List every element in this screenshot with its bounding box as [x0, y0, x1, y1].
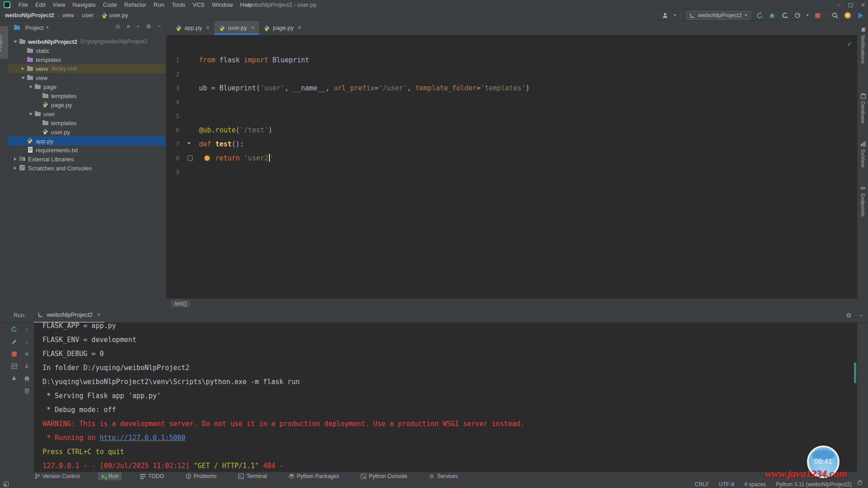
close-icon[interactable]: ✕	[297, 25, 302, 31]
edit-config-icon[interactable]	[10, 338, 18, 346]
menu-item-navigate[interactable]: Navigate	[69, 0, 99, 9]
gutter-marker-icon[interactable]	[188, 155, 193, 161]
settings-wrench-icon[interactable]	[10, 374, 18, 382]
tool-stripe-database-button[interactable]: Database	[858, 93, 868, 123]
soft-wrap-icon[interactable]: ≡	[23, 350, 31, 358]
tool-stripe-project-label[interactable]: Project	[0, 35, 3, 52]
menu-item-run[interactable]: Run	[150, 0, 168, 9]
fold-chevron-icon[interactable]	[187, 142, 191, 146]
toolbar-button-todo[interactable]: TODO	[137, 472, 167, 481]
tree-item-view[interactable]: view	[8, 73, 165, 82]
tree-item-page-py[interactable]: page.py	[8, 100, 165, 109]
toolbar-button-services[interactable]: Services	[426, 472, 461, 481]
tool-stripe-notifications-button[interactable]: Notifications	[858, 27, 868, 64]
tree-item-venv[interactable]: venvlibrary root	[8, 64, 165, 73]
menu-item-code[interactable]: Code	[99, 0, 121, 9]
tree-item-page[interactable]: page	[8, 82, 165, 91]
breadcrumb-item-view[interactable]: view	[61, 11, 75, 19]
tree-item-app-py[interactable]: app.py	[8, 136, 165, 145]
up-icon[interactable]: ↑	[23, 325, 31, 333]
chevron-expanded-icon[interactable]	[28, 111, 33, 117]
status-item-4-spaces[interactable]: 4 spaces	[744, 481, 766, 488]
inspection-ok-icon[interactable]: ✓	[847, 40, 853, 48]
editor-content[interactable]: 1from flask import Blueprint23ub = Bluep…	[166, 35, 857, 298]
menu-item-refactor[interactable]: Refactor	[121, 0, 150, 9]
tree-item-scratches-and-consoles[interactable]: Scratches and Consoles	[8, 164, 165, 173]
maximize-icon[interactable]	[849, 3, 853, 7]
tab-user-py[interactable]: user.py✕	[214, 21, 259, 35]
tree-item-templates[interactable]: templates	[8, 55, 165, 64]
breadcrumb-item-user[interactable]: user	[80, 11, 94, 19]
menu-item-tools[interactable]: Tools	[168, 0, 189, 9]
stop-icon[interactable]	[813, 11, 821, 19]
tree-item-weibonlpproject2[interactable]: weiboNlpProject2D:\yuqing\weiboNlpProjec…	[8, 37, 165, 46]
tree-item-static[interactable]: static	[8, 46, 165, 55]
user-account-icon[interactable]	[661, 11, 669, 19]
hide-panel-icon[interactable]: −	[157, 23, 161, 30]
breadcrumb-item-weiboNlpProject2[interactable]: weiboNlpProject2	[4, 11, 56, 19]
status-item-python-3-11-weibonlpproject2-[interactable]: Python 3.11 (weiboNlpProject2)	[776, 481, 852, 488]
rerun-icon[interactable]	[10, 325, 18, 333]
clear-icon[interactable]	[23, 386, 31, 394]
profiler-icon[interactable]	[793, 11, 802, 19]
menu-item-file[interactable]: File	[15, 0, 32, 9]
toolbar-button-terminal[interactable]: Terminal	[235, 472, 270, 481]
chevron-down-icon[interactable]	[806, 14, 809, 18]
stop-icon[interactable]	[10, 350, 18, 358]
console-output-area[interactable]: ↑↓≡⇓ FLASK_APP = app.pyFLASK_ENV = devel…	[8, 323, 857, 472]
hide-panel-icon[interactable]: −	[859, 312, 863, 319]
menu-item-vcs[interactable]: VCS	[189, 0, 208, 9]
tree-item-external-libraries[interactable]: External Libraries	[8, 155, 165, 164]
run-tab[interactable]: weiboNlpProject2 ✕	[34, 308, 104, 323]
toolbar-button-python-console[interactable]: Python Console	[358, 472, 410, 481]
panel-settings-icon[interactable]: ⚙	[146, 23, 151, 30]
breadcrumb-item-user.py[interactable]: user.py	[100, 11, 129, 19]
collapse-all-icon[interactable]: ≡	[127, 23, 130, 30]
colored-play-plugin-icon[interactable]	[856, 11, 864, 19]
tree-item-templates[interactable]: templates	[8, 118, 165, 127]
tree-item-templates[interactable]: templates	[8, 91, 165, 100]
expand-collapse-icon[interactable]: ÷	[137, 23, 140, 30]
chevron-expanded-icon[interactable]	[28, 84, 33, 90]
toolbar-button-python-packages[interactable]: Python Packages	[286, 472, 342, 481]
chevron-collapsed-icon[interactable]	[13, 166, 18, 170]
chevron-expanded-icon[interactable]	[13, 38, 18, 45]
intention-bulb-icon[interactable]	[204, 155, 210, 161]
status-item-utf-8[interactable]: UTF-8	[719, 481, 734, 488]
tab-app-py[interactable]: app.py✕	[171, 21, 214, 35]
chevron-collapsed-icon[interactable]	[20, 67, 26, 70]
tool-stripe-endpoints-button[interactable]: Endpoints	[858, 185, 868, 216]
menu-item-view[interactable]: View	[49, 0, 69, 9]
console-url-link[interactable]: http://127.0.0.1:5000	[99, 434, 185, 442]
toolbar-button-problems[interactable]: Problems	[183, 472, 220, 481]
scroll-end-icon[interactable]: ⇓	[23, 362, 31, 370]
orange-plugin-icon[interactable]	[844, 11, 852, 19]
tree-item-user-py[interactable]: user.py	[8, 127, 165, 136]
toolbar-button-version-control[interactable]: Version Control	[32, 472, 83, 481]
chevron-expanded-icon[interactable]	[20, 75, 26, 81]
close-icon[interactable]: ✕	[206, 25, 210, 31]
menu-item-window[interactable]: Window	[208, 0, 236, 9]
tool-window-switcher-icon[interactable]	[4, 482, 9, 487]
readonly-lock-icon[interactable]	[858, 482, 862, 485]
restore-layout-icon[interactable]	[10, 362, 18, 370]
console-scrollbar-thumb[interactable]	[854, 362, 856, 383]
close-icon[interactable]: ✕	[861, 2, 865, 8]
close-icon[interactable]: ✕	[250, 25, 255, 31]
chevron-down-icon[interactable]	[46, 27, 49, 30]
print-icon[interactable]	[23, 374, 31, 382]
run-icon[interactable]	[755, 11, 764, 19]
close-icon[interactable]: ✕	[97, 312, 101, 318]
tree-item-requirements-txt[interactable]: requirements.txt	[8, 145, 165, 155]
tool-stripe-sciview-button[interactable]: SciView	[858, 141, 868, 168]
gear-icon[interactable]: ⚙	[846, 312, 852, 319]
search-icon[interactable]	[831, 11, 839, 19]
run-configuration-select[interactable]: weiboNlpProject2	[686, 11, 751, 20]
locate-file-icon[interactable]: ⊙	[115, 23, 120, 30]
minimize-icon[interactable]: –	[837, 2, 840, 8]
toolbar-button-run[interactable]: Run	[98, 472, 122, 481]
down-icon[interactable]: ↓	[23, 338, 31, 346]
menu-item-edit[interactable]: Edit	[32, 0, 49, 9]
chevron-collapsed-icon[interactable]	[13, 157, 18, 161]
project-panel-title[interactable]: Project	[25, 24, 43, 31]
